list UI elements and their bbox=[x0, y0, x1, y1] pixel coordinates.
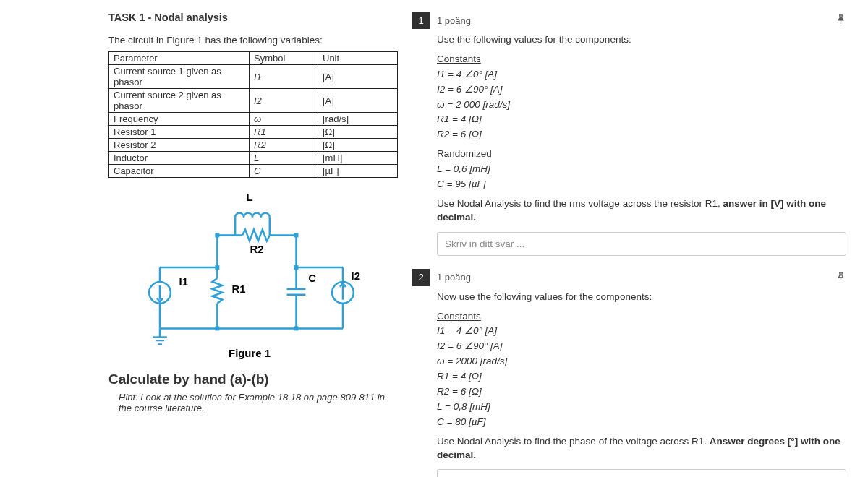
question-number: 2 bbox=[412, 269, 430, 286]
hint-text: Hint: Look at the solution for Example 1… bbox=[109, 392, 391, 413]
th-symbol: Symbol bbox=[250, 52, 318, 65]
q1-prompt: Use Nodal Analysis to find the rms volta… bbox=[437, 197, 846, 225]
answer-input-1[interactable] bbox=[437, 232, 846, 256]
constants-heading: Constants bbox=[437, 311, 481, 322]
task-title: TASK 1 - Nodal analysis bbox=[109, 12, 391, 23]
questions-panel: 1 1 poäng Use the following values for t… bbox=[405, 0, 868, 477]
table-row: Current source 1 given as phasorI1[A] bbox=[109, 65, 398, 89]
label-I1: I1 bbox=[179, 276, 188, 288]
label-I2: I2 bbox=[352, 270, 360, 282]
constants-heading: Constants bbox=[437, 53, 481, 64]
table-row: Frequencyω[rad/s] bbox=[109, 113, 398, 126]
label-R2: R2 bbox=[250, 244, 263, 255]
table-row: Resistor 2R2[Ω] bbox=[109, 139, 398, 152]
label-C: C bbox=[308, 272, 316, 284]
circuit-svg: L R2 I1 R1 C I2 I2 Figure 1 bbox=[127, 185, 373, 364]
pin-icon[interactable] bbox=[835, 14, 846, 27]
pin-icon[interactable] bbox=[835, 271, 846, 284]
q2-prompt: Use Nodal Analysis to find the phase of … bbox=[437, 435, 846, 463]
q1-intro: Use the following values for the compone… bbox=[437, 33, 846, 47]
question-points: 1 poäng bbox=[437, 15, 471, 26]
parameter-table: Parameter Symbol Unit Current source 1 g… bbox=[109, 51, 398, 178]
circuit-figure: L R2 I1 R1 C I2 I2 Figure 1 bbox=[127, 185, 373, 364]
answer-input-2[interactable] bbox=[437, 469, 846, 477]
table-row: CapacitorC[µF] bbox=[109, 165, 398, 178]
task-intro: The circuit in Figure 1 has the followin… bbox=[109, 35, 391, 46]
label-R1: R1 bbox=[232, 283, 246, 295]
calculate-heading: Calculate by hand (a)-(b) bbox=[109, 371, 391, 387]
th-param: Parameter bbox=[109, 52, 250, 65]
th-unit: Unit bbox=[318, 52, 398, 65]
q2-intro: Now use the following values for the com… bbox=[437, 291, 846, 304]
table-row: Resistor 1R1[Ω] bbox=[109, 126, 398, 139]
table-row: Current source 2 given as phasorI2[A] bbox=[109, 89, 398, 113]
table-row: InductorL[mH] bbox=[109, 152, 398, 165]
question-1: 1 1 poäng Use the following values for t… bbox=[412, 12, 846, 256]
question-2: 2 1 poäng Now use the following values f… bbox=[412, 269, 846, 477]
randomized-heading: Randomized bbox=[437, 148, 492, 159]
label-L: L bbox=[246, 192, 252, 203]
task-panel: TASK 1 - Nodal analysis The circuit in F… bbox=[0, 0, 405, 477]
question-number: 1 bbox=[412, 12, 430, 29]
figure-caption: Figure 1 bbox=[229, 348, 271, 359]
question-points: 1 poäng bbox=[437, 272, 471, 283]
